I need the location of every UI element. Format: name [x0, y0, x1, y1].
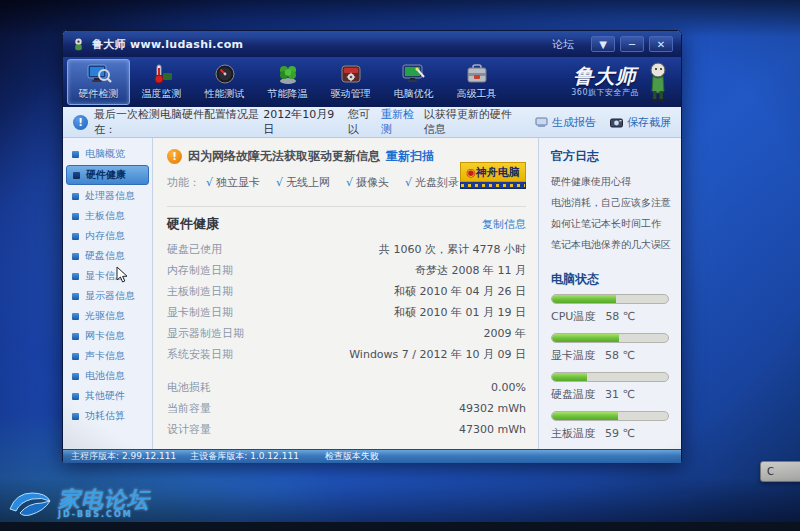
sidebar-item-motherboard[interactable]: 主板信息: [63, 206, 152, 226]
sidebar-item-power-estimate[interactable]: 功耗估算: [63, 406, 152, 426]
bullet-icon: [72, 413, 79, 420]
sidebar-item-disk[interactable]: 硬盘信息: [63, 246, 152, 266]
thermometer-icon: [149, 63, 175, 85]
bullet-icon: [72, 151, 79, 158]
sidebar-item-memory[interactable]: 内存信息: [63, 226, 152, 246]
feature-discrete-gpu: √独立显卡: [206, 175, 260, 190]
camera-icon: [610, 117, 623, 128]
table-row: 当前容量49302 mWh: [167, 398, 526, 419]
official-log-title: 官方日志: [551, 148, 669, 165]
copy-info-link[interactable]: 复制信息: [482, 217, 526, 232]
bullet-icon: [72, 313, 79, 320]
left-sidebar: 电脑概览 硬件健康 处理器信息 主板信息 内存信息 硬盘信息 显卡信息 显示器信…: [63, 138, 153, 449]
cpu-temp-label: CPU温度58 ℃: [551, 309, 669, 324]
bullet-icon: [72, 333, 79, 340]
table-row: 主板制造日期和硕 2010 年 04 月 26 日: [167, 281, 526, 302]
disk-temp-label: 硬盘温度31 ℃: [551, 387, 669, 402]
log-item[interactable]: 硬件健康使用心得: [551, 171, 669, 192]
log-item[interactable]: 如何让笔记本长时间工作: [551, 213, 669, 234]
minimize-button[interactable]: ─: [620, 36, 644, 52]
toolbar-hardware-detect[interactable]: 硬件检测: [67, 59, 130, 105]
watermark-title: 家电论坛: [58, 490, 150, 510]
section-header-row: 硬件健康 复制信息: [167, 215, 526, 233]
sidebar-item-network-card[interactable]: 网卡信息: [63, 326, 152, 346]
toolbar-driver-manager[interactable]: 驱动管理: [319, 59, 382, 105]
table-row: 系统安装日期Windows 7 / 2012 年 10 月 09 日: [167, 344, 526, 365]
skin-menu-button[interactable]: ▼: [591, 36, 615, 52]
sidebar-item-sound-card[interactable]: 声卡信息: [63, 346, 152, 366]
driver-box-icon: [338, 63, 364, 85]
recheck-link[interactable]: 重新检测: [381, 107, 420, 137]
bullet-icon: [72, 393, 79, 400]
brand-block: 鲁大师 360旗下安全产品: [571, 61, 677, 103]
sidebar-item-other-hardware[interactable]: 其他硬件: [63, 386, 152, 406]
mouse-cursor-icon: [115, 266, 129, 284]
table-row: 显示器制造日期2009 年: [167, 323, 526, 344]
warning-icon: !: [167, 149, 182, 164]
window-title: 鲁大师 www.ludashi.com: [92, 37, 243, 52]
generate-report-button[interactable]: 生成报告: [535, 115, 596, 130]
toolbar-item-label: 节能降温: [268, 87, 308, 101]
photo-bottom-edge: [0, 522, 800, 531]
log-item[interactable]: 电池消耗，自己应该多注意: [551, 192, 669, 213]
feature-wireless: √无线上网: [276, 175, 330, 190]
bullet-icon: [72, 193, 79, 200]
warning-text: 因为网络故障无法获取驱动更新信息: [188, 148, 380, 165]
brand-subtitle: 360旗下安全产品: [571, 87, 639, 98]
sidebar-item-overview[interactable]: 电脑概览: [63, 144, 152, 164]
sidebar-item-battery[interactable]: 电池信息: [63, 366, 152, 386]
pc-status-title: 电脑状态: [551, 271, 669, 288]
version-check-status: 检查版本失败: [325, 450, 379, 463]
feature-webcam: √摄像头: [346, 175, 389, 190]
bullet-icon: [72, 253, 79, 260]
toolbox-icon: [464, 63, 490, 85]
main-version-text: 主程序版本: 2.99.12.111: [71, 450, 176, 463]
motherboard-temp-bar: [551, 411, 669, 421]
status-bar: 主程序版本: 2.99.12.111 主设备库版本: 1.0.12.111 检查…: [63, 449, 681, 463]
monitor-wand-icon: [401, 63, 427, 85]
watermark: 家电论坛 JD-BBS.COM: [6, 485, 150, 523]
bullet-icon: [73, 172, 80, 179]
toolbar-energy-cooling[interactable]: 节能降温: [256, 59, 319, 105]
save-screenshot-button[interactable]: 保存截屏: [610, 115, 671, 130]
table-row: 电池损耗0.00%: [167, 377, 526, 398]
table-row: 设计容量47300 mWh: [167, 419, 526, 440]
info-mid-text: 您可以: [348, 107, 377, 137]
disk-temp-bar: [551, 372, 669, 382]
toolbar-item-label: 温度监测: [142, 87, 182, 101]
sidebar-item-monitor[interactable]: 显示器信息: [63, 286, 152, 306]
ad-text: ◉神舟电脑: [460, 162, 526, 182]
ad-stripe: [460, 182, 526, 189]
last-check-text: 最后一次检测电脑硬件配置情况是在：: [94, 107, 259, 137]
toolbar-item-label: 电脑优化: [394, 87, 434, 101]
table-row: 显卡制造日期和硕 2010 年 01 月 19 日: [167, 302, 526, 323]
sidebar-item-gpu[interactable]: 显卡信息: [63, 266, 152, 286]
last-check-date: 2012年10月9日: [263, 107, 335, 137]
monitor-magnifier-icon: [86, 63, 112, 85]
brand-name: 鲁大师: [571, 66, 639, 86]
forum-link[interactable]: 论坛: [552, 37, 574, 52]
sidebar-item-optical-drive[interactable]: 光驱信息: [63, 306, 152, 326]
db-version-text: 主设备库版本: 1.0.12.111: [190, 450, 299, 463]
table-row: 硬盘已使用共 1060 次，累计 4778 小时: [167, 239, 526, 260]
toolbar-performance-test[interactable]: 性能测试: [193, 59, 256, 105]
app-logo-icon: [71, 37, 86, 52]
gpu-temp-label: 显卡温度58 ℃: [551, 348, 669, 363]
toolbar-pc-optimize[interactable]: 电脑优化: [382, 59, 445, 105]
log-item[interactable]: 笔记本电池保养的几大误区: [551, 234, 669, 255]
sidebar-item-hardware-health[interactable]: 硬件健康: [66, 165, 149, 185]
bullet-icon: [72, 293, 79, 300]
close-button[interactable]: ✕: [649, 36, 673, 52]
clover-icon: [275, 63, 301, 85]
hasee-ad-banner[interactable]: ◉神舟电脑: [460, 162, 526, 189]
background-dialog-button[interactable]: C: [760, 461, 800, 482]
gpu-temp-bar: [551, 333, 669, 343]
sidebar-item-cpu[interactable]: 处理器信息: [63, 186, 152, 206]
toolbar-temp-monitor[interactable]: 温度监测: [130, 59, 193, 105]
toolbar-advanced-tools[interactable]: 高级工具: [445, 59, 508, 105]
toolbar-item-label: 高级工具: [457, 87, 497, 101]
motherboard-temp-label: 主板温度59 ℃: [551, 426, 669, 441]
table-row: 内存制造日期奇梦达 2008 年 11 月: [167, 260, 526, 281]
features-label: 功能：: [167, 175, 200, 190]
rescan-link[interactable]: 重新扫描: [386, 148, 434, 165]
